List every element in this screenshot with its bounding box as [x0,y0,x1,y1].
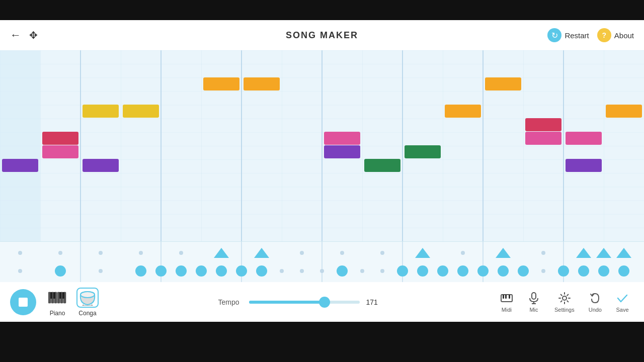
svg-point-79 [558,265,569,277]
svg-rect-16 [123,105,159,118]
tempo-slider[interactable] [249,301,360,304]
svg-point-105 [562,296,567,300]
tempo-section: Tempo 171 [218,298,383,306]
svg-rect-15 [83,105,119,118]
svg-point-47 [380,251,384,255]
svg-rect-19 [324,145,360,158]
svg-point-42 [179,251,183,255]
tempo-label: Tempo [218,298,243,306]
undo-button[interactable]: Undo [584,290,607,315]
svg-point-69 [360,269,364,273]
restart-label: Restart [565,31,589,40]
svg-rect-17 [203,77,239,90]
svg-point-72 [417,265,428,277]
settings-icon [558,292,571,305]
save-icon [616,292,629,305]
restart-icon: ↻ [547,28,561,42]
midi-icon [500,292,513,305]
svg-point-59 [155,265,167,277]
piano-label: Piano [50,310,65,317]
svg-rect-11 [2,159,38,172]
right-tools: Midi Mic Settings Un [495,290,634,315]
back-button[interactable]: ← [10,29,21,42]
conga-icon [76,288,99,308]
svg-point-66 [300,269,304,273]
svg-point-77 [518,265,529,277]
svg-point-60 [176,265,187,277]
svg-point-74 [457,265,468,277]
svg-point-58 [135,265,146,277]
header: ← ✥ SONG MAKER ↻ Restart ? About [0,20,644,50]
svg-rect-89 [50,292,52,299]
tempo-fill [249,301,325,304]
svg-point-40 [99,251,103,255]
svg-rect-99 [503,295,504,299]
svg-point-78 [541,269,545,273]
piano-button[interactable]: Piano [46,288,68,317]
svg-point-64 [256,265,267,277]
undo-label: Undo [589,307,602,313]
stop-icon [19,298,28,307]
piano-icon [46,288,68,308]
svg-point-61 [196,265,207,277]
note-grid[interactable] [0,50,644,241]
svg-rect-14 [83,159,119,172]
save-button[interactable]: Save [611,290,634,315]
svg-point-67 [320,269,324,273]
svg-point-68 [337,265,348,277]
svg-rect-100 [505,295,507,299]
restart-button[interactable]: ↻ Restart [547,28,589,42]
mic-icon [527,292,540,305]
about-label: About [614,31,634,40]
svg-rect-24 [485,77,521,90]
move-icon[interactable]: ✥ [29,29,38,41]
svg-rect-26 [525,118,561,131]
conga-button[interactable]: Conga [76,288,99,317]
svg-point-56 [55,265,66,277]
svg-rect-92 [62,292,64,299]
svg-rect-18 [244,77,280,90]
svg-point-73 [437,265,448,277]
svg-point-46 [340,251,344,255]
tempo-thumb[interactable] [319,297,330,308]
svg-point-49 [461,251,465,255]
svg-point-82 [618,265,629,277]
svg-point-71 [397,265,408,277]
svg-point-70 [380,269,384,273]
percussion-grid[interactable] [0,241,644,282]
svg-rect-23 [445,105,481,118]
svg-point-45 [300,251,304,255]
svg-point-63 [236,265,247,277]
svg-point-39 [58,251,62,255]
svg-point-75 [477,265,489,277]
stop-button[interactable] [10,289,36,315]
top-black-bar [0,0,644,20]
about-button[interactable]: ? About [597,28,634,42]
bottom-black-bar [0,322,644,342]
midi-button[interactable]: Midi [495,290,518,315]
save-label: Save [616,307,628,313]
mic-button[interactable]: Mic [522,290,545,315]
svg-point-62 [216,265,227,277]
conga-label: Conga [78,310,96,317]
svg-rect-91 [59,292,61,299]
svg-point-55 [18,269,22,273]
svg-point-76 [498,265,509,277]
svg-rect-25 [525,132,561,145]
svg-rect-101 [509,295,510,299]
svg-rect-20 [324,132,360,145]
svg-rect-102 [532,293,536,299]
svg-point-57 [99,269,103,273]
mic-label: Mic [529,307,538,313]
settings-button[interactable]: Settings [549,290,580,315]
svg-rect-21 [364,159,400,172]
svg-point-94 [80,292,95,298]
svg-rect-27 [566,132,602,145]
about-icon: ? [597,28,611,42]
svg-rect-13 [42,132,78,145]
svg-rect-28 [566,159,602,172]
tempo-value: 171 [366,298,383,306]
svg-rect-90 [53,292,55,299]
svg-point-41 [139,251,143,255]
svg-point-51 [541,251,545,255]
